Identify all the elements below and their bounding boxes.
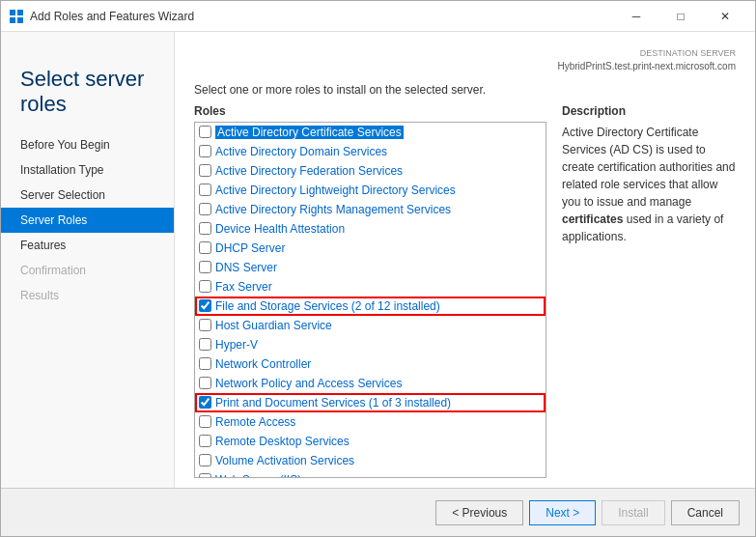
dest-server-value: HybridPrintS.test.print-next.microsoft.c… [558,61,737,71]
role-name-7: DHCP Server [215,241,285,255]
role-name-4: Active Directory Lightweight Directory S… [215,184,456,197]
dest-server-label: DESTINATION SERVER [194,47,736,60]
role-checkbox-19[interactable] [199,473,211,478]
instruction-text: Select one or more roles to install on t… [194,83,736,97]
roles-list-container[interactable]: Active Directory Certificate Services Ac… [194,122,546,478]
role-checkbox-10[interactable] [199,299,211,312]
role-name-11: Host Guardian Service [215,319,332,332]
page-title: Select server roles [20,67,154,117]
description-title: Description [562,104,736,118]
list-item[interactable]: Print and Document Services (1 of 3 inst… [195,393,546,412]
role-name-12: Hyper-V [215,338,258,352]
role-checkbox-1[interactable] [199,126,211,138]
role-name-1: Active Directory Certificate Services [215,126,404,139]
role-checkbox-5[interactable] [199,203,211,215]
role-checkbox-17[interactable] [199,435,211,447]
list-item[interactable]: Host Guardian Service [195,316,546,335]
window-title: Add Roles and Features Wizard [30,10,614,23]
sidebar-item-confirmation: Confirmation [1,258,174,283]
list-item[interactable]: Network Policy and Access Services [195,374,546,393]
role-checkbox-13[interactable] [199,357,211,370]
list-item[interactable]: Active Directory Rights Management Servi… [195,200,546,219]
footer: < Previous Next > Install Cancel [1,488,755,536]
role-name-14: Network Policy and Access Services [215,377,402,390]
next-button[interactable]: Next > [529,500,596,525]
install-button: Install [602,500,664,525]
sidebar-item-installation-type[interactable]: Installation Type [1,157,174,183]
list-item[interactable]: Device Health Attestation [195,219,546,239]
maximize-button[interactable]: □ [658,1,703,32]
role-name-8: DNS Server [215,261,277,274]
roles-column: Roles Active Directory Certificate Servi… [194,104,546,478]
titlebar: Add Roles and Features Wizard ─ □ ✕ [1,1,755,32]
window: Add Roles and Features Wizard ─ □ ✕ Sele… [0,0,756,537]
role-name-3: Active Directory Federation Services [215,164,403,178]
list-item[interactable]: Volume Activation Services [195,451,546,470]
role-checkbox-18[interactable] [199,454,211,466]
list-item[interactable]: File and Storage Services (2 of 12 insta… [195,297,546,316]
roles-list: Active Directory Certificate Services Ac… [195,123,546,478]
sidebar: Select server roles Before You Begin Ins… [1,32,175,488]
role-name-16: Remote Access [215,415,295,429]
role-name-15: Print and Document Services (1 of 3 inst… [215,396,451,410]
role-checkbox-12[interactable] [199,338,211,351]
description-highlight: certificates [562,212,623,226]
list-item[interactable]: Network Controller [195,354,546,374]
role-checkbox-15[interactable] [199,396,211,409]
list-item[interactable]: Active Directory Certificate Services [195,123,546,142]
role-checkbox-9[interactable] [199,280,211,293]
minimize-button[interactable]: ─ [614,1,658,32]
roles-label: Roles [194,104,546,118]
role-name-2: Active Directory Domain Services [215,145,387,158]
list-item[interactable]: Remote Desktop Services [195,432,546,451]
sidebar-item-server-selection[interactable]: Server Selection [1,183,174,208]
role-checkbox-6[interactable] [199,222,211,235]
role-checkbox-2[interactable] [199,145,211,157]
destination-server: DESTINATION SERVER HybridPrintS.test.pri… [194,47,736,73]
role-checkbox-8[interactable] [199,261,211,273]
role-checkbox-16[interactable] [199,415,211,428]
svg-rect-0 [10,10,15,15]
list-item[interactable]: Fax Server [195,277,546,297]
list-item[interactable]: Active Directory Federation Services [195,161,546,181]
role-name-13: Network Controller [215,357,311,371]
role-name-9: Fax Server [215,280,272,294]
list-item[interactable]: Active Directory Domain Services [195,142,546,161]
role-name-6: Device Health Attestation [215,222,345,236]
role-name-18: Volume Activation Services [215,454,354,467]
sidebar-item-features[interactable]: Features [1,233,174,258]
role-name-10: File and Storage Services (2 of 12 insta… [215,299,440,313]
app-icon [9,9,24,24]
sidebar-item-results: Results [1,283,174,308]
page-title-area: Select server roles [1,51,174,125]
svg-rect-3 [17,17,23,23]
content-area: Select server roles Before You Begin Ins… [1,32,755,488]
list-item[interactable]: DNS Server [195,258,546,277]
role-checkbox-3[interactable] [199,164,211,177]
role-checkbox-7[interactable] [199,241,211,254]
role-checkbox-14[interactable] [199,377,211,389]
sidebar-nav: Before You Begin Installation Type Serve… [1,132,174,308]
list-item[interactable]: DHCP Server [195,239,546,258]
list-item[interactable]: Hyper-V [195,335,546,354]
role-name-17: Remote Desktop Services [215,435,350,448]
roles-area: Roles Active Directory Certificate Servi… [194,104,736,478]
role-name-19: Web Server (IIS) [215,473,301,478]
window-controls: ─ □ ✕ [614,1,747,32]
role-checkbox-4[interactable] [199,184,211,196]
svg-rect-1 [17,10,23,15]
list-item[interactable]: Web Server (IIS) [195,470,546,478]
role-checkbox-11[interactable] [199,319,211,331]
cancel-button[interactable]: Cancel [671,500,740,525]
list-item[interactable]: Active Directory Lightweight Directory S… [195,181,546,200]
sidebar-item-server-roles[interactable]: Server Roles [1,208,174,233]
description-text: Active Directory Certificate Services (A… [562,124,736,245]
description-panel: Description Active Directory Certificate… [562,104,736,478]
role-name-5: Active Directory Rights Management Servi… [215,203,451,216]
svg-rect-2 [10,17,15,23]
previous-button[interactable]: < Previous [435,500,523,525]
main-content: DESTINATION SERVER HybridPrintS.test.pri… [175,32,755,488]
list-item[interactable]: Remote Access [195,412,546,432]
sidebar-item-before-you-begin[interactable]: Before You Begin [1,132,174,157]
close-button[interactable]: ✕ [703,1,747,32]
